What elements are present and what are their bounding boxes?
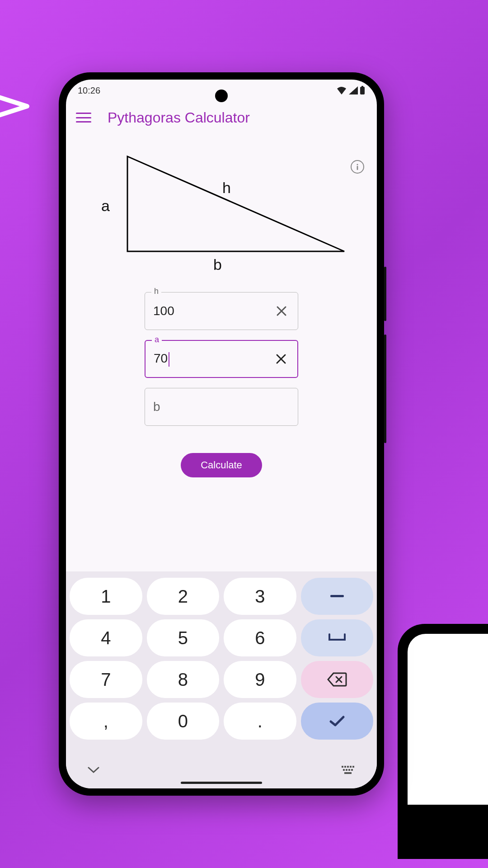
- svg-rect-8: [350, 766, 352, 768]
- background-triangle-fragment: [0, 81, 36, 136]
- key-3[interactable]: 3: [224, 578, 296, 615]
- key-2[interactable]: 2: [147, 578, 220, 615]
- input-h[interactable]: h 100: [145, 292, 298, 330]
- svg-rect-12: [348, 769, 350, 771]
- svg-rect-7: [347, 766, 349, 768]
- text-cursor: [169, 352, 169, 367]
- svg-rect-1: [361, 86, 363, 87]
- key-7[interactable]: 7: [70, 661, 142, 698]
- input-h-label: h: [151, 287, 161, 296]
- input-h-value: 100: [153, 304, 273, 318]
- key-6[interactable]: 6: [224, 619, 296, 656]
- input-a-value: 70: [154, 351, 273, 367]
- numeric-keyboard: 1 2 3 4 5 6 7 8: [66, 571, 377, 788]
- svg-rect-14: [344, 772, 352, 774]
- cell-signal-icon: [349, 86, 358, 94]
- phone-screen: 10:26 Pythagoras Calculator a h: [66, 80, 377, 788]
- svg-rect-4: [330, 595, 344, 597]
- key-enter[interactable]: [301, 703, 374, 740]
- svg-rect-11: [346, 769, 347, 771]
- key-space[interactable]: [301, 619, 374, 656]
- key-0[interactable]: 0: [147, 703, 220, 740]
- app-bar: Pythagoras Calculator: [66, 101, 377, 134]
- key-backspace[interactable]: [301, 661, 374, 698]
- triangle-label-b: b: [213, 256, 222, 274]
- key-9[interactable]: 9: [224, 661, 296, 698]
- key-1[interactable]: 1: [70, 578, 142, 615]
- svg-rect-0: [360, 87, 365, 94]
- svg-rect-10: [343, 769, 345, 771]
- key-5[interactable]: 5: [147, 619, 220, 656]
- input-b-label: b: [153, 400, 160, 414]
- triangle-diagram: a h b: [73, 152, 370, 278]
- key-minus[interactable]: [301, 578, 374, 615]
- keyboard-switch-button[interactable]: [342, 766, 355, 775]
- input-b[interactable]: b: [145, 388, 298, 426]
- triangle-label-a: a: [101, 197, 110, 215]
- menu-icon[interactable]: [76, 113, 91, 123]
- input-a[interactable]: a 70: [145, 340, 298, 378]
- status-time: 10:26: [78, 85, 100, 96]
- battery-icon: [360, 86, 365, 95]
- clear-a-button[interactable]: [273, 351, 289, 367]
- keyboard-collapse-button[interactable]: [88, 767, 99, 774]
- svg-rect-9: [352, 766, 354, 768]
- phone-device-frame: 10:26 Pythagoras Calculator a h: [59, 72, 384, 796]
- calculate-button[interactable]: Calculate: [181, 453, 262, 477]
- gesture-nav-bar[interactable]: [181, 782, 262, 784]
- key-4[interactable]: 4: [70, 619, 142, 656]
- key-8[interactable]: 8: [147, 661, 220, 698]
- input-a-label: a: [152, 335, 162, 344]
- wifi-icon: [336, 86, 347, 94]
- key-comma[interactable]: ,: [70, 703, 142, 740]
- front-camera: [215, 90, 228, 102]
- clear-h-button[interactable]: [273, 303, 290, 319]
- key-period[interactable]: .: [224, 703, 296, 740]
- second-phone-fragment: [398, 624, 488, 859]
- app-title: Pythagoras Calculator: [108, 109, 250, 126]
- svg-rect-5: [342, 766, 343, 768]
- triangle-label-h: h: [222, 179, 231, 197]
- svg-rect-13: [351, 769, 353, 771]
- svg-rect-6: [344, 766, 346, 768]
